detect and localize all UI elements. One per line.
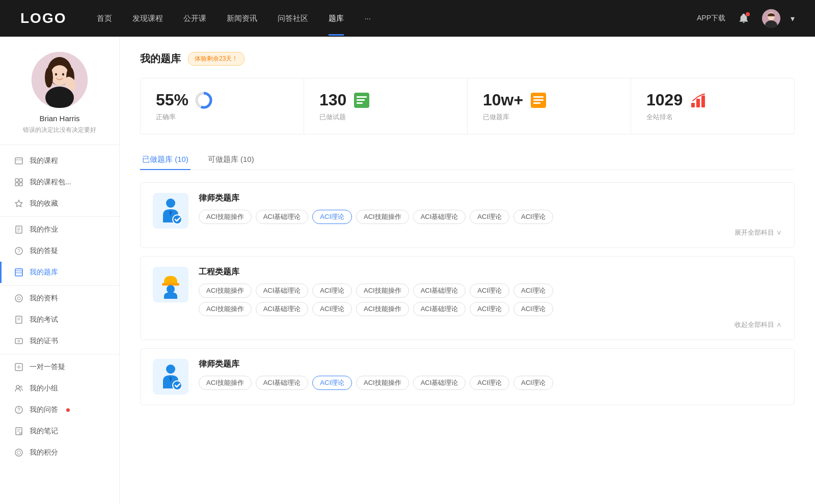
sidebar-item-my-qa[interactable]: 我的问答 <box>0 399 119 421</box>
stat-card-done-banks: 10w+ 已做题库 <box>468 78 631 134</box>
sidebar-label-data: 我的资料 <box>30 294 58 303</box>
svg-point-11 <box>62 73 64 76</box>
stat-value-done-questions: 130 <box>319 91 346 109</box>
tag-eng-2[interactable]: ACI理论 <box>312 284 352 298</box>
one-on-one-icon <box>14 362 23 372</box>
notification-bell[interactable] <box>736 10 752 26</box>
tag-lawyer-2-1[interactable]: ACI基础理论 <box>256 376 309 390</box>
category-title-engineer: 工程类题库 <box>199 267 782 277</box>
sidebar-label-packages: 我的课程包... <box>30 178 71 187</box>
sidebar-item-questionbank[interactable]: 我的题库 <box>0 262 119 283</box>
tab-available[interactable]: 可做题库 (10) <box>206 150 256 170</box>
svg-rect-52 <box>357 99 365 101</box>
stat-card-rank: 1029 全站排名 <box>631 78 794 134</box>
user-dropdown-arrow[interactable]: ▾ <box>791 14 795 23</box>
tag-lawyer-2-5[interactable]: ACI理论 <box>470 376 509 390</box>
tabs-row: 已做题库 (10) 可做题库 (10) <box>140 150 795 170</box>
tag-eng-4[interactable]: ACI基础理论 <box>413 284 466 298</box>
svg-rect-58 <box>691 103 695 107</box>
stat-label-done-questions: 已做试题 <box>319 113 452 122</box>
sidebar-item-favorites[interactable]: 我的收藏 <box>0 193 119 214</box>
svg-point-46 <box>15 449 22 456</box>
sidebar-item-exam[interactable]: 我的考试 <box>0 309 119 330</box>
tag-eng-r2-6[interactable]: ACI理论 <box>513 302 553 316</box>
sidebar-label-homework: 我的作业 <box>30 225 58 234</box>
nav-qa[interactable]: 问答社区 <box>278 14 308 23</box>
tag-lawyer-2-0[interactable]: ACI技能操作 <box>199 376 252 390</box>
nav-questionbank[interactable]: 题库 <box>329 14 344 23</box>
star-icon <box>14 199 23 208</box>
tag-eng-0[interactable]: ACI技能操作 <box>199 284 252 298</box>
qa-red-dot <box>66 408 70 412</box>
stat-label-done-banks: 已做题库 <box>483 113 615 122</box>
tag-eng-1[interactable]: ACI基础理论 <box>256 284 309 298</box>
svg-point-10 <box>55 73 57 76</box>
sidebar-label-groups: 我的小组 <box>30 384 58 393</box>
points-icon <box>14 448 23 457</box>
svg-point-6 <box>45 67 53 88</box>
tag-lawyer-1-4[interactable]: ACI基础理论 <box>413 210 466 224</box>
tag-lawyer-1-1[interactable]: ACI基础理论 <box>256 210 309 224</box>
lawyer-icon-1 <box>153 193 188 229</box>
sidebar-item-groups[interactable]: 我的小组 <box>0 378 119 399</box>
svg-point-65 <box>167 285 175 293</box>
nav-news[interactable]: 新闻资讯 <box>227 14 257 23</box>
tag-eng-6[interactable]: ACI理论 <box>513 284 553 298</box>
stat-value-done-banks: 10w+ <box>483 91 523 109</box>
user-avatar-nav[interactable] <box>762 9 780 27</box>
sidebar-item-one-on-one[interactable]: 一对一答疑 <box>0 356 119 378</box>
sidebar-item-certificate[interactable]: 我的证书 <box>0 330 119 352</box>
expand-lawyer-1[interactable]: 展开全部科目 ∨ <box>199 228 782 237</box>
svg-rect-16 <box>15 183 18 186</box>
tag-eng-r2-1[interactable]: ACI基础理论 <box>256 302 309 316</box>
tag-lawyer-2-4[interactable]: ACI基础理论 <box>413 376 466 390</box>
category-body-engineer: 工程类题库 ACI技能操作 ACI基础理论 ACI理论 ACI技能操作 ACI基… <box>199 267 782 329</box>
expand-engineer[interactable]: 收起全部科目 ∧ <box>199 320 782 329</box>
navbar: LOGO 首页 发现课程 公开课 新闻资讯 问答社区 题库 ··· APP下载 … <box>0 0 815 37</box>
nav-home[interactable]: 首页 <box>97 14 112 23</box>
tag-eng-r2-0[interactable]: ACI技能操作 <box>199 302 252 316</box>
stat-card-done-questions: 130 已做试题 <box>304 78 468 134</box>
sidebar-item-my-data[interactable]: 我的资料 <box>0 288 119 309</box>
nav-opencourse[interactable]: 公开课 <box>183 14 206 23</box>
tag-lawyer-2-3[interactable]: ACI技能操作 <box>356 376 409 390</box>
nav-more[interactable]: ··· <box>364 14 371 23</box>
app-download-link[interactable]: APP下载 <box>697 14 725 23</box>
sidebar-label-questionbank: 我的题库 <box>30 268 58 277</box>
sidebar-item-my-courses[interactable]: 我的课程 <box>0 150 119 172</box>
tab-done[interactable]: 已做题库 (10) <box>140 150 191 170</box>
tag-eng-r2-3[interactable]: ACI技能操作 <box>356 302 409 316</box>
svg-point-66 <box>166 365 175 374</box>
sidebar-item-homework[interactable]: 我的作业 <box>0 219 119 240</box>
stat-top-done-banks: 10w+ <box>483 91 615 109</box>
sidebar-item-course-packages[interactable]: 我的课程包... <box>0 172 119 193</box>
list-green-icon <box>352 91 371 109</box>
tag-lawyer-1-2[interactable]: ACI理论 <box>312 210 352 224</box>
tag-eng-r2-5[interactable]: ACI理论 <box>470 302 509 316</box>
stat-card-accuracy: 55% 正确率 <box>141 78 304 134</box>
tag-eng-5[interactable]: ACI理论 <box>470 284 509 298</box>
tag-lawyer-1-5[interactable]: ACI理论 <box>470 210 509 224</box>
stat-label-rank: 全站排名 <box>646 113 779 122</box>
sidebar-item-notes[interactable]: 我的笔记 <box>0 421 119 442</box>
category-card-lawyer-2: 律师类题库 ACI技能操作 ACI基础理论 ACI理论 ACI技能操作 ACI基… <box>140 348 795 405</box>
category-body-lawyer-2: 律师类题库 ACI技能操作 ACI基础理论 ACI理论 ACI技能操作 ACI基… <box>199 359 782 394</box>
nav-discover[interactable]: 发现课程 <box>132 14 163 23</box>
sidebar-item-qa[interactable]: ? 我的答疑 <box>0 240 119 262</box>
svg-rect-59 <box>696 99 700 107</box>
tag-lawyer-1-3[interactable]: ACI技能操作 <box>356 210 409 224</box>
logo[interactable]: LOGO <box>20 10 66 26</box>
sidebar-item-points[interactable]: 我的积分 <box>0 442 119 463</box>
tag-lawyer-1-6[interactable]: ACI理论 <box>513 210 553 224</box>
tag-lawyer-1-0[interactable]: ACI技能操作 <box>199 210 252 224</box>
tag-lawyer-2-6[interactable]: ACI理论 <box>513 376 553 390</box>
nav-menu: 首页 发现课程 公开课 新闻资讯 问答社区 题库 ··· <box>97 14 697 23</box>
svg-rect-32 <box>15 339 22 344</box>
tag-lawyer-2-2[interactable]: ACI理论 <box>312 376 352 390</box>
tag-eng-3[interactable]: ACI技能操作 <box>356 284 409 298</box>
sidebar-label-one-on-one: 一对一答疑 <box>30 362 65 372</box>
tag-eng-r2-2[interactable]: ACI理论 <box>312 302 352 316</box>
main-layout: Brian Harris 错误的决定比没有决定要好 我的课程 我的课程包... <box>0 37 815 504</box>
homework-icon <box>14 225 23 234</box>
tag-eng-r2-4[interactable]: ACI基础理论 <box>413 302 466 316</box>
